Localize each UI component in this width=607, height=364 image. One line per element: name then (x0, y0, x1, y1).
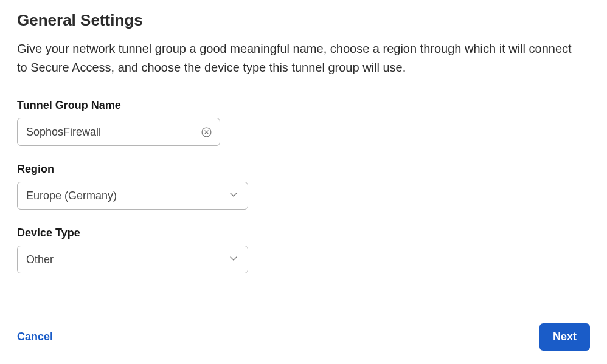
region-field: Region Europe (Germany) (17, 163, 590, 210)
clear-input-icon[interactable] (201, 126, 212, 137)
tunnel-group-name-input[interactable] (17, 118, 220, 146)
footer-actions: Cancel Next (17, 323, 590, 351)
device-type-label: Device Type (17, 227, 590, 239)
region-select[interactable]: Europe (Germany) (17, 182, 248, 210)
tunnel-group-name-label: Tunnel Group Name (17, 99, 590, 112)
device-type-select[interactable]: Other (17, 246, 248, 273)
region-label: Region (17, 163, 590, 176)
cancel-button[interactable]: Cancel (17, 331, 53, 343)
page-title: General Settings (17, 11, 590, 30)
next-button[interactable]: Next (539, 323, 590, 351)
tunnel-group-name-field: Tunnel Group Name (17, 99, 590, 146)
device-type-field: Device Type Other (17, 227, 590, 273)
page-description: Give your network tunnel group a good me… (17, 39, 583, 77)
